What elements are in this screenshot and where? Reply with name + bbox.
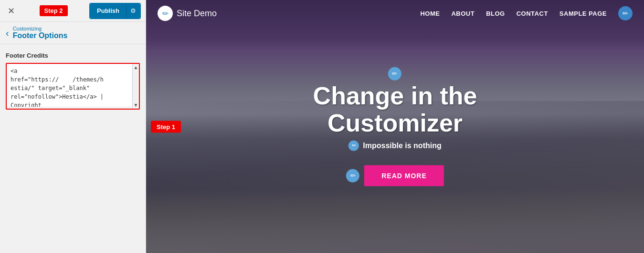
hero-subtitle-row: ✏ Impossible is nothing [196,141,594,151]
site-background: ✏ Site Demo HOME ABOUT BLOG CONTACT SAMP… [146,0,644,253]
scroll-up-icon: ▲ [134,65,138,70]
nav-text: Customizing Footer Options [13,26,68,40]
step1-badge: Step 1 [151,121,181,132]
left-panel: ✕ Step 2 Publish ⚙ ‹ Customizing Footer … [0,0,146,253]
footer-credits-label: Footer Credits [6,52,140,59]
logo-icon: ✏ [158,6,173,21]
textarea-wrapper: ▲ ▼ [6,63,140,110]
site-preview: ✏ Site Demo HOME ABOUT BLOG CONTACT SAMP… [146,0,644,253]
nav-sample-page[interactable]: SAMPLE PAGE [560,10,607,17]
read-more-pencil-icon[interactable]: ✏ [346,169,359,182]
logo-pencil-icon: ✏ [162,9,169,18]
gear-button[interactable]: ⚙ [126,4,140,18]
scrollbar[interactable]: ▲ ▼ [132,64,139,109]
site-header: ✏ Site Demo HOME ABOUT BLOG CONTACT SAMP… [146,0,644,27]
hero-title-line1: Change in the [313,81,477,109]
hero-subtitle: Impossible is nothing [363,142,441,150]
step2-badge: Step 2 [40,5,68,16]
nav-contact[interactable]: CONTACT [517,10,548,17]
subtitle-pencil-icon[interactable]: ✏ [348,141,359,151]
footer-credits-textarea[interactable] [7,64,139,107]
read-more-row: ✏ READ MORE [196,165,594,186]
site-nav: HOME ABOUT BLOG CONTACT SAMPLE PAGE ✏ [420,6,633,20]
header-edit-icon[interactable]: ✏ [618,6,633,20]
hero-pencil-icon[interactable]: ✏ [388,67,401,80]
footer-options-label: Footer Options [13,31,68,40]
site-logo: ✏ Site Demo [158,6,217,21]
publish-button[interactable]: Publish [90,4,126,18]
publish-wrapper: Publish ⚙ [89,3,141,19]
scroll-down-icon: ▼ [134,102,138,108]
nav-blog[interactable]: BLOG [486,10,505,17]
hero-content: ✏ Change in the Customizer ✏ Impossible … [196,67,594,186]
customizing-label: Customizing [13,26,68,31]
site-title: Site Demo [177,9,217,19]
nav-home[interactable]: HOME [420,10,440,17]
read-more-button[interactable]: READ MORE [364,165,444,186]
hero-title-line2: Customizer [327,109,463,137]
close-button[interactable]: ✕ [5,5,18,17]
nav-bar: ‹ Customizing Footer Options [0,22,146,44]
back-button[interactable]: ‹ [6,28,9,39]
hero-title: Change in the Customizer [196,82,594,136]
header-pencil-icon: ✏ [623,10,628,17]
nav-about[interactable]: ABOUT [451,10,475,17]
top-bar: ✕ Step 2 Publish ⚙ [0,0,146,22]
panel-content: Footer Credits ▲ ▼ [0,44,146,253]
